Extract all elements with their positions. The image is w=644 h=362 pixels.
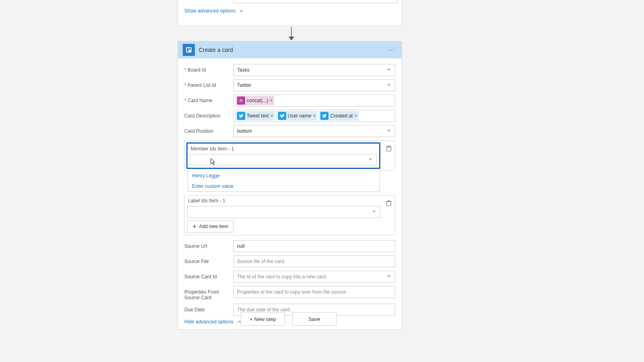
source-url-input[interactable]: null: [233, 240, 395, 252]
label-ids-label: Label Ids Item - 1: [187, 198, 380, 204]
add-new-item-button[interactable]: +Add new item: [187, 220, 233, 232]
plus-icon: +: [192, 223, 197, 230]
partial-input-bottom: [233, 0, 398, 3]
member-option-henry[interactable]: Henry Legge: [188, 171, 380, 181]
token-created-at[interactable]: Created at×: [319, 111, 359, 121]
label-ids-group: Label Ids Item - 1 +Add new item: [184, 195, 395, 235]
svg-rect-2: [187, 48, 188, 51]
token-remove[interactable]: ×: [313, 113, 316, 119]
chevron-down-icon: [386, 128, 392, 134]
token-tweet-text[interactable]: Tweet text×: [235, 111, 275, 121]
footer-actions: + New step Save: [241, 312, 336, 326]
member-option-custom[interactable]: Enter custom value: [188, 181, 380, 191]
show-advanced-label: Show advanced options: [184, 8, 235, 14]
card-description-input[interactable]: Tweet text× User name× Created at×: [233, 110, 395, 122]
svg-rect-5: [387, 202, 391, 206]
trello-icon: [183, 44, 195, 56]
token-user-name[interactable]: User name×: [277, 111, 318, 121]
source-file-input[interactable]: Source file of the card.: [233, 255, 395, 267]
chevron-down-icon: [386, 82, 392, 88]
source-file-label: Source File: [184, 255, 233, 264]
token-concat[interactable]: fxconcat(...)×: [235, 96, 274, 105]
action-menu-button[interactable]: ···: [387, 45, 397, 55]
properties-from-source-label: Properties From Source Card: [184, 286, 233, 300]
twitter-icon: [237, 112, 245, 120]
parent-list-select[interactable]: Twitter: [233, 79, 395, 91]
member-ids-group: Member Ids Item - 1 Henry Legge Enter cu…: [184, 140, 395, 171]
member-ids-select[interactable]: [190, 154, 377, 165]
card-position-label: Card Position: [184, 125, 233, 134]
chevron-down-icon: [386, 274, 392, 279]
action-title: Create a card: [199, 47, 233, 53]
hide-advanced-label: Hide advanced options: [184, 319, 233, 325]
flow-connector-arrow: [288, 27, 295, 41]
svg-rect-3: [189, 48, 191, 50]
member-ids-dropdown: Henry Legge Enter custom value: [188, 171, 380, 192]
source-card-id-select[interactable]: The Id of the card to copy into a new ca…: [233, 271, 395, 283]
chevron-down-icon: [386, 67, 392, 72]
due-date-label: Due Date: [184, 304, 233, 313]
card-name-label: * Card Name: [184, 95, 233, 103]
member-ids-label: Member Ids Item - 1: [190, 146, 377, 152]
chevron-down-icon: [371, 209, 377, 214]
chevron-down-icon: [367, 156, 373, 162]
token-remove[interactable]: ×: [270, 98, 272, 103]
card-description-label: Card Description: [184, 110, 233, 119]
token-remove[interactable]: ×: [270, 113, 273, 119]
properties-from-source-input[interactable]: Properties of the card to copy over from…: [233, 286, 395, 298]
label-ids-select[interactable]: [187, 206, 380, 218]
svg-rect-4: [387, 147, 391, 151]
member-ids-delete[interactable]: [385, 145, 392, 152]
fx-icon: fx: [237, 97, 245, 105]
action-header[interactable]: Create a card ···: [178, 41, 402, 58]
card-position-select[interactable]: bottom: [233, 125, 395, 137]
save-button[interactable]: Save: [292, 312, 336, 326]
board-id-select[interactable]: Tasks: [233, 64, 395, 76]
parent-list-label: * Parent List Id: [184, 79, 233, 88]
source-card-id-label: Source Card Id: [184, 271, 233, 280]
source-url-label: Source Url: [184, 240, 233, 249]
board-id-label: * Board Id: [184, 64, 233, 73]
label-ids-delete[interactable]: [385, 200, 392, 207]
member-ids-focus: Member Ids Item - 1: [186, 142, 380, 169]
twitter-icon: [278, 112, 286, 120]
new-step-button[interactable]: + New step: [241, 312, 285, 326]
trigger-card: Show advanced options: [178, 0, 402, 26]
create-card-action: Create a card ··· * Board Id Tasks * Par…: [178, 41, 402, 330]
token-remove[interactable]: ×: [354, 113, 357, 119]
chevron-down-icon: [239, 8, 244, 14]
twitter-icon: [320, 112, 328, 120]
card-name-input[interactable]: fxconcat(...)×: [233, 95, 395, 107]
show-advanced-options[interactable]: Show advanced options: [178, 4, 402, 18]
